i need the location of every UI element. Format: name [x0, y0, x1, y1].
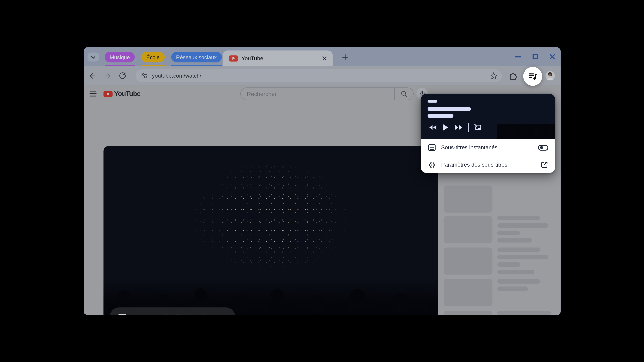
- skeleton-text-bar: [498, 223, 548, 228]
- extensions-button[interactable]: [509, 66, 518, 85]
- tab-group-reseaux-sociaux[interactable]: Réseaux sociaux: [171, 52, 222, 66]
- tab-search-button[interactable]: [88, 52, 99, 61]
- cast-overlay[interactable]: Lecture sur le téléviseur du salon: [110, 307, 236, 315]
- skeleton-thumbnail: [444, 216, 492, 243]
- toggle-knob: [540, 146, 543, 149]
- search-box: [240, 87, 414, 100]
- extensions-icon: [509, 71, 518, 80]
- window-controls: [515, 47, 555, 66]
- back-icon: [89, 72, 96, 79]
- menu-icon[interactable]: [90, 91, 96, 96]
- skeleton-text-bar: [498, 255, 548, 259]
- tab-group-label: École: [146, 54, 160, 60]
- skeleton-text-bar: [498, 238, 532, 243]
- skeleton-thumbnail: [444, 279, 492, 306]
- gear-icon: ⚙: [428, 161, 436, 169]
- fast-forward-icon: [454, 124, 463, 130]
- avatar: [546, 71, 555, 80]
- media-controls-popup: Sous-titres instantanés ⚙ Paramètres des…: [421, 94, 555, 173]
- media-controls-icon: [528, 71, 538, 81]
- video-player[interactable]: Lecture sur le téléviseur du salon: [104, 146, 438, 315]
- skeleton-thumbnail: [444, 248, 492, 275]
- skeleton-text-bar: [498, 270, 534, 274]
- skeleton-text-bar: [498, 231, 520, 235]
- play-button[interactable]: [443, 124, 448, 131]
- skeleton-text-bar: [498, 262, 520, 267]
- skeleton-text-bar: [498, 279, 540, 284]
- tab-title: YouTube: [242, 55, 322, 61]
- tab-group-ecole[interactable]: École: [142, 52, 164, 66]
- skeleton-thumbnail: [444, 186, 492, 213]
- search-button[interactable]: [394, 88, 413, 100]
- site-settings-icon[interactable]: [141, 72, 148, 79]
- tab-group-pill[interactable]: Réseaux sociaux: [171, 52, 222, 62]
- media-controls: [428, 122, 482, 133]
- controls-divider: [468, 122, 469, 132]
- live-caption-icon: [428, 143, 436, 152]
- close-window-button[interactable]: [550, 54, 555, 59]
- tab-group-label: Musique: [110, 54, 130, 60]
- screenshot-stage: Musique École Réseaux sociaux YouTube: [0, 0, 644, 362]
- tab-group-pill[interactable]: École: [142, 52, 164, 62]
- tab-group-pill[interactable]: Musique: [105, 52, 135, 62]
- tab-group-musique[interactable]: Musique: [105, 52, 135, 66]
- browser-toolbar: youtube.com/watch/: [84, 66, 561, 85]
- cast-icon: [118, 313, 127, 315]
- tab-groups: Musique École Réseaux sociaux: [105, 52, 222, 66]
- address-bar[interactable]: youtube.com/watch/: [136, 69, 502, 82]
- skeleton-text-bar: [498, 311, 551, 315]
- cast-overlay-label: Lecture sur le téléviseur du salon: [132, 313, 226, 315]
- live-caption-row[interactable]: Sous-titres instantanés: [421, 139, 555, 156]
- youtube-logo-text: YouTube: [114, 90, 140, 98]
- reload-icon: [119, 72, 126, 80]
- forward-button[interactable]: [104, 66, 112, 85]
- media-title-bar: [428, 107, 471, 111]
- media-artist-bar: [428, 114, 453, 118]
- reload-button[interactable]: [119, 66, 126, 85]
- browser-window: Musique École Réseaux sociaux YouTube: [84, 47, 561, 315]
- url-text[interactable]: youtube.com/watch/: [152, 72, 201, 79]
- tab-group-label: Réseaux sociaux: [176, 54, 217, 60]
- popup-menu: Sous-titres instantanés ⚙ Paramètres des…: [421, 139, 555, 173]
- live-caption-label: Sous-titres instantanés: [441, 144, 538, 151]
- bookmark-button[interactable]: [490, 66, 498, 85]
- youtube-play-icon: [104, 90, 112, 97]
- search-icon: [400, 90, 408, 97]
- tab-strip: Musique École Réseaux sociaux YouTube: [84, 47, 561, 66]
- profile-button[interactable]: [546, 66, 555, 85]
- forward-icon: [104, 72, 112, 79]
- media-source-bar: [428, 100, 438, 103]
- media-session-card: [421, 94, 555, 139]
- play-icon: [443, 124, 448, 131]
- media-controls-button[interactable]: [523, 67, 542, 86]
- caption-settings-label: Paramètres des sous-titres: [441, 162, 540, 168]
- maximize-button[interactable]: [532, 54, 538, 59]
- skeleton-text-bar: [498, 286, 528, 291]
- tab-close-button[interactable]: [322, 56, 327, 61]
- chevron-down-icon: [91, 53, 96, 61]
- picture-in-picture-icon: [473, 123, 482, 131]
- plus-icon: [342, 54, 348, 60]
- youtube-favicon-icon: [229, 55, 238, 61]
- media-thumbnail: [496, 94, 555, 139]
- search-input[interactable]: [241, 88, 394, 100]
- back-button[interactable]: [89, 66, 96, 85]
- thumbnail-crowd: [496, 124, 555, 139]
- next-track-button[interactable]: [454, 124, 463, 130]
- minimize-button[interactable]: [515, 54, 521, 59]
- confetti-overlay: [177, 161, 364, 286]
- new-tab-button[interactable]: [339, 52, 351, 62]
- skeleton-text-bar: [498, 248, 540, 252]
- fast-rewind-icon: [428, 124, 437, 130]
- open-in-new-icon: [540, 161, 548, 169]
- skeleton-thumbnail: [444, 311, 492, 315]
- live-caption-toggle[interactable]: [538, 145, 548, 150]
- youtube-logo[interactable]: YouTube: [104, 90, 140, 98]
- caption-settings-row[interactable]: ⚙ Paramètres des sous-titres: [421, 156, 555, 173]
- previous-track-button[interactable]: [428, 124, 437, 130]
- skeleton-text-bar: [498, 216, 540, 220]
- picture-in-picture-button[interactable]: [473, 123, 482, 131]
- star-icon: [490, 71, 498, 80]
- tab-youtube[interactable]: YouTube: [222, 50, 332, 66]
